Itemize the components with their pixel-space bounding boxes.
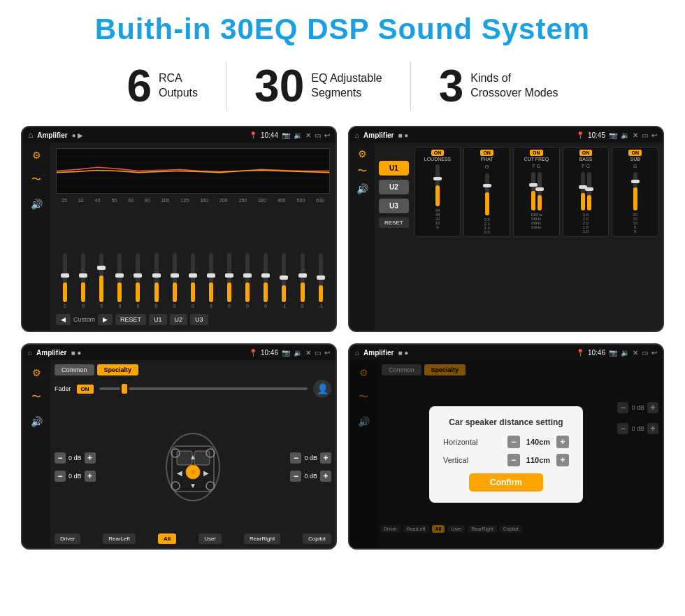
back-icon-3: ↩ xyxy=(324,349,330,357)
vol-icon-4: 🔉 xyxy=(621,349,629,357)
wave-icon-s2[interactable]: 〜 xyxy=(357,165,367,178)
dialog-horizontal-minus[interactable]: − xyxy=(507,436,520,448)
rearleft-btn[interactable]: RearLeft xyxy=(103,533,136,544)
ch-on-loudness: ON xyxy=(431,150,445,156)
status-bar-2: ⌂ Amplifier ■ ● 📍 10:45 📷 🔉 ✕ ▭ ↩ xyxy=(349,127,663,143)
eq-slider-3[interactable]: 5 xyxy=(99,253,103,308)
ch-slider-cutfreq-f[interactable] xyxy=(531,172,535,210)
left-bottom-minus[interactable]: − xyxy=(55,471,66,482)
copilot-btn[interactable]: Copilot xyxy=(303,533,331,544)
home-icon-3: ⌂ xyxy=(28,349,32,357)
tab-specialty-s3[interactable]: Specialty xyxy=(97,364,139,375)
eq-slider-11[interactable]: 0 xyxy=(245,253,250,308)
status-right-4: 📍 10:46 📷 🔉 ✕ ▭ ↩ xyxy=(576,349,657,357)
eq-sidebar-icon[interactable]: ⚙ xyxy=(32,150,41,161)
eq-slider-14[interactable]: 0 xyxy=(301,253,305,308)
ch-vals-phat: 3.02.11.30.5 xyxy=(484,217,490,234)
eq-slider-9[interactable]: 0 xyxy=(209,253,213,308)
eq-icon-s3[interactable]: ⚙ xyxy=(32,367,41,378)
pin-icon-2: 📍 xyxy=(576,131,584,139)
eq-slider-2[interactable]: 0 xyxy=(81,253,85,308)
screen2-content: ⚙ 〜 🔊 U1 U2 U3 RESET ON xyxy=(349,143,663,331)
user-btn-s3[interactable]: User xyxy=(199,533,222,544)
dialog-vertical-minus[interactable]: − xyxy=(507,454,520,466)
ch-slider-bass-f[interactable] xyxy=(581,172,585,210)
dots-icon-3: ■ ● xyxy=(71,349,81,357)
rearright-btn[interactable]: RearRight xyxy=(244,533,280,544)
ch-slider-phat[interactable] xyxy=(485,173,489,215)
right-top-minus[interactable]: − xyxy=(290,452,301,464)
all-btn[interactable]: All xyxy=(158,533,176,544)
right-bottom-plus[interactable]: + xyxy=(320,471,331,482)
u1-btn[interactable]: U1 xyxy=(379,161,409,176)
pin-icon-1: 📍 xyxy=(249,131,257,139)
dialog-confirm-btn[interactable]: Confirm xyxy=(469,473,543,492)
ch-slider-bass-g[interactable] xyxy=(587,172,591,210)
eq-u2-btn[interactable]: U2 xyxy=(170,314,188,325)
ch-vals-loudness: 644832160 xyxy=(435,208,440,229)
eq-prev-btn[interactable]: ◀ xyxy=(56,314,71,325)
u2-btn[interactable]: U2 xyxy=(379,180,409,194)
eq-reset-btn[interactable]: RESET xyxy=(115,314,146,325)
eq-u3-btn[interactable]: U3 xyxy=(190,314,208,325)
eq-icon-s2[interactable]: ⚙ xyxy=(358,148,367,159)
right-top-plus[interactable]: + xyxy=(320,452,331,464)
eq-slider-4[interactable]: 0 xyxy=(117,253,122,308)
speaker-main: Common Specialty Fader ON 👤 xyxy=(50,360,336,548)
ch-slider-cutfreq-g[interactable] xyxy=(538,172,542,210)
eq-slider-12[interactable]: 0 xyxy=(264,253,268,308)
dialog-horizontal-plus[interactable]: + xyxy=(556,436,569,448)
eq-next-btn[interactable]: ▶ xyxy=(98,314,113,325)
eq-slider-15[interactable]: -1 xyxy=(319,253,323,308)
eq-slider-7[interactable]: 0 xyxy=(173,253,177,308)
cam-icon-1: 📷 xyxy=(282,131,290,139)
stat-rca: 6 RCAOutputs xyxy=(99,64,226,108)
tab-common-s3[interactable]: Common xyxy=(55,364,94,375)
dialog-vertical-plus[interactable]: + xyxy=(556,454,569,466)
dialog-horizontal-ctrl: − 140cm + xyxy=(507,436,569,448)
driver-btn[interactable]: Driver xyxy=(55,533,80,544)
left-top-minus[interactable]: − xyxy=(55,452,66,464)
home-icon-4: ⌂ xyxy=(355,349,359,357)
vol-sidebar-icon[interactable]: 🔊 xyxy=(31,199,43,210)
dots-icon-2: ■ ● xyxy=(398,131,408,139)
fader-on-btn[interactable]: ON xyxy=(77,385,94,394)
dialog-vertical-label: Vertical xyxy=(443,456,468,464)
eq-slider-1[interactable]: 0 xyxy=(63,253,67,308)
stat-crossover-number: 3 xyxy=(439,64,464,108)
wave-icon-s3[interactable]: 〜 xyxy=(31,391,41,403)
channels-area: ON LOUDNESS 644832160 ON PHAT xyxy=(414,147,658,327)
eq-slider-10[interactable]: 0 xyxy=(227,253,231,308)
wave-sidebar-icon[interactable]: 〜 xyxy=(31,173,41,186)
app-title-4: Amplifier xyxy=(363,349,394,357)
vol-icon-s3[interactable]: 🔊 xyxy=(31,416,43,427)
left-top-ctrl: − 0 dB + xyxy=(55,452,96,464)
right-bottom-minus[interactable]: − xyxy=(290,471,301,482)
right-top-ctrl: − 0 dB + xyxy=(290,452,331,464)
left-bottom-plus[interactable]: + xyxy=(85,471,96,482)
back-icon-2: ↩ xyxy=(651,131,657,139)
svg-point-18 xyxy=(171,482,180,490)
left-top-plus[interactable]: + xyxy=(85,452,96,464)
cam-icon-4: 📷 xyxy=(609,349,617,357)
left-bottom-val: 0 dB xyxy=(68,473,82,480)
screen1-content: ⚙ 〜 🔊 xyxy=(22,143,336,331)
right-controls: − 0 dB + − 0 dB + xyxy=(290,403,331,531)
ch-slider-sub[interactable] xyxy=(633,172,637,210)
eq-slider-8[interactable]: 0 xyxy=(191,253,195,308)
ch-slider-loudness[interactable] xyxy=(435,164,440,206)
eq-u1-btn[interactable]: U1 xyxy=(149,314,167,325)
crossover-reset-btn[interactable]: RESET xyxy=(379,217,409,228)
back-icon-1: ↩ xyxy=(324,131,330,139)
eq-slider-6[interactable]: 0 xyxy=(154,253,159,308)
bottom-btns-s3: Driver RearLeft All User RearRight Copil… xyxy=(55,533,331,544)
dot-icon-1: ● ▶ xyxy=(72,131,84,139)
user-col: U1 U2 U3 RESET xyxy=(379,147,409,327)
eq-slider-5[interactable]: 0 xyxy=(136,253,140,308)
u3-btn[interactable]: U3 xyxy=(379,199,409,213)
eq-slider-13[interactable]: -1 xyxy=(282,253,286,308)
vol-icon-2: 🔉 xyxy=(621,131,629,139)
rect-icon-1: ▭ xyxy=(315,131,321,139)
vol-icon-s2[interactable]: 🔊 xyxy=(356,183,368,194)
status-bar-4: ⌂ Amplifier ■ ● 📍 10:46 📷 🔉 ✕ ▭ ↩ xyxy=(349,345,663,360)
